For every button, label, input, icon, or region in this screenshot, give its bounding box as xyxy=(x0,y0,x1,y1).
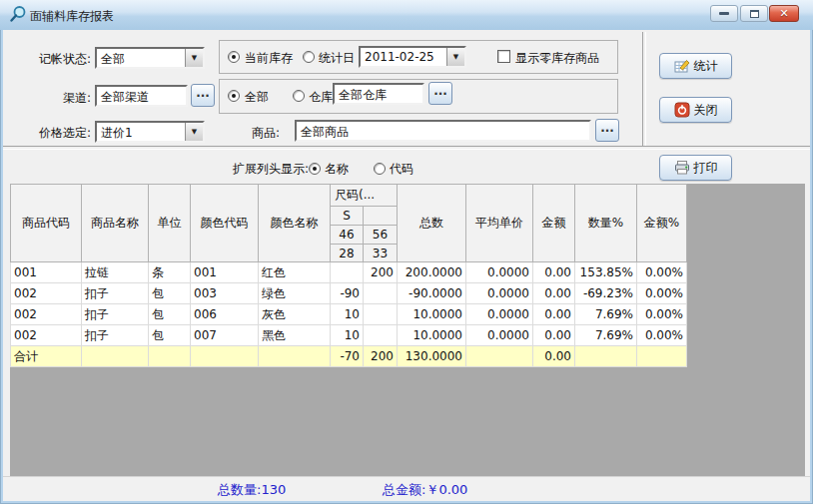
accounting-status-label: 记帐状态: xyxy=(13,51,91,68)
column-header[interactable]: 平均单价 xyxy=(466,185,533,262)
statistics-button-label: 统计 xyxy=(694,58,718,75)
table-cell: -90.0000 xyxy=(398,283,466,304)
warehouse-browse-button[interactable]: ... xyxy=(428,82,452,105)
chevron-down-icon[interactable]: ▼ xyxy=(446,48,464,66)
table-cell xyxy=(191,346,259,367)
size-sub-header[interactable]: 28 xyxy=(331,245,364,262)
product-browse-button[interactable]: ... xyxy=(595,119,619,142)
titlebar: 面辅料库存报表 ✕ xyxy=(0,0,813,30)
table-row[interactable]: 002扣子包007黑色1010.00000.00000.007.69%0.00% xyxy=(11,325,687,346)
table-cell: 7.69% xyxy=(575,325,637,346)
close-window-button[interactable]: ✕ xyxy=(769,5,799,22)
price-combobox[interactable]: 进价1 ▼ xyxy=(95,121,205,143)
print-button-label: 打印 xyxy=(694,160,718,177)
warehouse-field[interactable]: 全部仓库 xyxy=(333,83,424,105)
table-cell xyxy=(575,346,637,367)
table-cell: 003 xyxy=(191,283,259,304)
table-row[interactable]: 002扣子包006灰色1010.00000.00000.007.69%0.00% xyxy=(11,304,687,325)
inventory-table: 商品代码 商品名称 单位 颜色代码 颜色名称 尺码(... 总数 平均单价 金额… xyxy=(10,184,687,367)
table-cell: 130.0000 xyxy=(398,346,466,367)
product-field[interactable]: 全部商品 xyxy=(295,120,591,142)
price-value: 进价1 xyxy=(101,125,133,142)
size-sub-header[interactable]: 56 xyxy=(364,226,398,245)
extended-name-label: 名称 xyxy=(325,161,349,178)
column-header[interactable]: 单位 xyxy=(149,185,191,262)
printer-icon xyxy=(674,160,690,176)
current-stock-label: 当前库存 xyxy=(245,50,293,67)
all-warehouses-label: 全部 xyxy=(245,89,269,106)
table-cell xyxy=(637,346,687,367)
table-cell xyxy=(149,346,191,367)
table-cell: 红色 xyxy=(259,262,331,283)
column-header[interactable]: 总数 xyxy=(398,185,466,262)
minimize-button[interactable] xyxy=(710,5,738,22)
total-amount-status: 总金额:￥0.00 xyxy=(383,481,467,499)
table-cell: 0.00 xyxy=(533,262,575,283)
warehouse-label: 仓库 xyxy=(309,89,333,106)
column-header[interactable]: 颜色名称 xyxy=(259,185,331,262)
table-cell: 7.69% xyxy=(575,304,637,325)
warehouse-radio[interactable] xyxy=(293,90,305,102)
close-button-label: 关闭 xyxy=(694,102,718,119)
current-stock-radio[interactable] xyxy=(228,51,240,63)
table-row[interactable]: 001拉链条001红色200200.00000.00000.00153.85%0… xyxy=(11,262,687,283)
chevron-down-icon[interactable]: ▼ xyxy=(185,49,203,67)
print-button[interactable]: 打印 xyxy=(659,155,732,181)
stat-date-label: 统计日 xyxy=(319,50,355,67)
table-cell: 10.0000 xyxy=(398,304,466,325)
extended-name-radio[interactable] xyxy=(309,163,321,175)
column-header[interactable]: 商品代码 xyxy=(11,185,82,262)
column-header[interactable]: 颜色代码 xyxy=(191,185,259,262)
warehouse-value: 全部仓库 xyxy=(339,87,387,104)
table-cell: 0.00 xyxy=(533,304,575,325)
table-cell: 002 xyxy=(11,304,82,325)
column-header[interactable]: 金额% xyxy=(637,185,687,262)
channel-browse-button[interactable]: ... xyxy=(191,84,215,107)
table-cell: 0.00 xyxy=(533,325,575,346)
column-header[interactable]: 金额 xyxy=(533,185,575,262)
accounting-status-value: 全部 xyxy=(101,51,125,68)
size-sub-header[interactable]: 33 xyxy=(364,245,398,262)
table-cell: 灰色 xyxy=(259,304,331,325)
table-cell: 200 xyxy=(364,346,398,367)
extended-code-radio[interactable] xyxy=(374,163,386,175)
show-zero-stock-checkbox[interactable] xyxy=(497,50,510,63)
status-bar: 总数量:130 总金额:￥0.00 xyxy=(3,476,810,501)
accounting-status-combobox[interactable]: 全部 ▼ xyxy=(95,47,205,69)
size-sub-header[interactable]: S xyxy=(331,207,364,226)
table-row[interactable]: 002扣子包003绿色-90-90.00000.00000.00-69.23%0… xyxy=(11,283,687,304)
table-cell: 153.85% xyxy=(575,262,637,283)
size-group-header[interactable]: 尺码(... xyxy=(331,185,398,207)
table-cell: 006 xyxy=(191,304,259,325)
magnifier-icon xyxy=(8,5,27,24)
maximize-icon xyxy=(750,10,759,18)
table-cell xyxy=(364,283,398,304)
column-header[interactable]: 商品名称 xyxy=(82,185,149,262)
maximize-button[interactable] xyxy=(740,5,768,22)
chevron-down-icon[interactable]: ▼ xyxy=(185,123,203,141)
table-cell xyxy=(82,346,149,367)
table-cell: 0.0000 xyxy=(466,304,533,325)
table-cell: 0.00% xyxy=(637,283,687,304)
total-row[interactable]: 合计-70200130.00000.00 xyxy=(11,346,687,367)
stat-date-picker[interactable]: 2011-02-25 ▼ xyxy=(359,46,466,68)
column-header[interactable]: 数量% xyxy=(575,185,637,262)
stat-date-radio[interactable] xyxy=(303,51,315,63)
table-cell xyxy=(331,262,364,283)
table-cell: 001 xyxy=(191,262,259,283)
statistics-button[interactable]: 统计 xyxy=(659,53,732,79)
all-warehouses-radio[interactable] xyxy=(228,90,240,102)
channel-field[interactable]: 全部渠道 xyxy=(95,85,188,107)
size-sub-header[interactable]: 46 xyxy=(331,226,364,245)
table-cell: 007 xyxy=(191,325,259,346)
show-zero-stock-label: 显示零库存商品 xyxy=(515,50,599,67)
total-quantity-status: 总数量:130 xyxy=(218,481,286,499)
inventory-grid[interactable]: 商品代码 商品名称 单位 颜色代码 颜色名称 尺码(... 总数 平均单价 金额… xyxy=(10,184,805,476)
table-cell: 002 xyxy=(11,283,82,304)
table-cell: 0.0000 xyxy=(466,325,533,346)
close-button[interactable]: 关闭 xyxy=(659,97,732,123)
size-sub-header[interactable] xyxy=(364,207,398,226)
table-cell: 0.00 xyxy=(533,346,575,367)
table-cell: 黑色 xyxy=(259,325,331,346)
table-cell: 扣子 xyxy=(82,325,149,346)
